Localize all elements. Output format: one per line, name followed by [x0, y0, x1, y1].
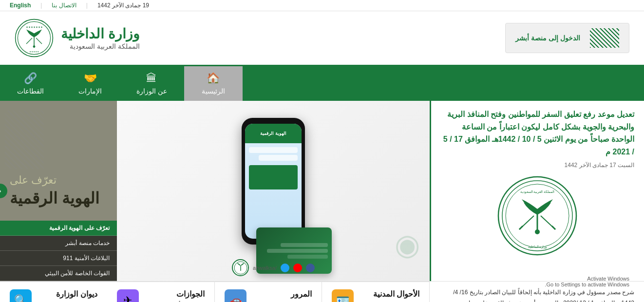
- ministry-emblem: المملكة العربية السعودية وزارة الداخلية: [441, 176, 634, 256]
- promo-bg: الهوية الرقمية: [117, 101, 430, 281]
- contact-link[interactable]: الاتصال بنا: [52, 2, 76, 9]
- banner-text: الدخول إلى منصة أبشر: [515, 34, 580, 42]
- logo-text: وزارة الداخلية المملكة العربية السعودية: [61, 26, 140, 51]
- country-name: المملكة العربية السعودية: [70, 42, 140, 50]
- service-civil-affairs: الأحوال المدنية خدمة بياناتي الإبلاغ عن …: [322, 282, 430, 302]
- digital-id-menu: تعرّف على الهوية الرقمية خدمات منصة أبشر…: [0, 221, 117, 281]
- traffic-title: المرور: [252, 289, 312, 299]
- id-card-line-3: [287, 255, 328, 259]
- digital-id-text-main: الهوية الرقمية: [10, 189, 99, 208]
- sectors-icon: 🔗: [24, 72, 37, 85]
- screen-line-2: [259, 155, 298, 161]
- dot-pattern-icon: [590, 28, 619, 48]
- fingerprint-decoration: ◉: [395, 227, 420, 262]
- service-traffic: المرور خدمة المركبات إضافة مستخدم لمركبة…: [215, 282, 322, 302]
- date-display: 19 جمادى الآخر 1442: [97, 2, 149, 9]
- civil-affairs-content: الأحوال المدنية خدمة بياناتي الإبلاغ عن …: [360, 289, 419, 302]
- services-bar: الأحوال المدنية خدمة بياناتي الإبلاغ عن …: [0, 281, 430, 302]
- header: الدخول إلى منصة أبشر وزارة الداخلية المم…: [0, 11, 644, 66]
- bottom-row: شرح مصدر مسؤول في وزارة الداخلية بأنه إل…: [0, 281, 644, 302]
- social-bar: /ahwalksa: [232, 259, 315, 276]
- ministry-office-content: ديوان الوزارة الاستعلام العام عن رصيد مد…: [38, 289, 97, 302]
- ministry-logo: ✦✦✦✦✦✦✦ ✦✦✦✦✦: [15, 19, 54, 57]
- news-date: السبت 17 جمادى الآخر 1442: [441, 162, 634, 169]
- bg-dots: [5, 111, 44, 169]
- passports-title: الجوازات: [145, 289, 205, 299]
- ministry-office-icon: 🔍: [10, 289, 32, 302]
- svg-text:المملكة العربية السعودية: المملكة العربية السعودية: [520, 190, 555, 194]
- civil-affairs-title: الأحوال المدنية: [360, 289, 419, 299]
- phone-screen: الهوية الرقمية: [245, 124, 302, 239]
- news-section: تعديل موعد رفع تعليق السفر للمواطنين وفت…: [430, 101, 644, 281]
- phone-app-title: الهوية الرقمية: [260, 131, 286, 136]
- id-card-line-1: [281, 243, 328, 247]
- news-body-text: شرح مصدر مسؤول في وزارة الداخلية بأنه إل…: [430, 281, 644, 302]
- nav-label-sectors: القطاعات: [17, 87, 44, 95]
- digital-id-text-top: تعرّف على: [10, 174, 57, 187]
- service-ministry-office: ديوان الوزارة الاستعلام العام عن رصيد مد…: [0, 282, 107, 302]
- digital-menu-item-3[interactable]: القوات الخاصة للأمن البيئي: [0, 266, 117, 281]
- nav-label-ministry: عن الوزارة: [136, 87, 167, 95]
- top-bar: 19 جمادى الآخر 1442 | الاتصال بنا | Engl…: [0, 0, 644, 11]
- id-card-line-2: [267, 249, 328, 253]
- phone-container: الهوية الرقمية: [234, 118, 312, 264]
- nav-label-home: الرئيسية: [202, 87, 225, 95]
- twitter-icon[interactable]: [281, 264, 289, 272]
- youtube-icon[interactable]: [293, 264, 302, 272]
- phone-body: الهوية الرقمية: [242, 118, 305, 245]
- phone-screen-content: [245, 143, 302, 193]
- nav-item-emirates[interactable]: 🤝 الإمارات: [61, 66, 119, 101]
- main-content: تعديل موعد رفع تعليق السفر للمواطنين وفت…: [0, 101, 644, 281]
- screen-line-1: [249, 147, 298, 153]
- phone-screen-header: الهوية الرقمية: [245, 124, 302, 143]
- separator-1: |: [86, 2, 88, 9]
- logo-area: وزارة الداخلية المملكة العربية السعودية …: [15, 19, 140, 57]
- ministry-name: وزارة الداخلية: [61, 26, 140, 42]
- svg-line-13: [552, 226, 555, 229]
- svg-text:✦✦✦✦✦: ✦✦✦✦✦: [29, 51, 39, 53]
- main-nav: 🏠 الرئيسية 🏛 عن الوزارة 🤝 الإمارات 🔗 الق…: [0, 66, 644, 101]
- bottom-news-text: شرح مصدر مسؤول في وزارة الداخلية بأنه إل…: [430, 281, 644, 302]
- svg-point-3: [33, 45, 36, 48]
- english-link[interactable]: English: [10, 2, 31, 9]
- traffic-content: المرور خدمة المركبات إضافة مستخدم لمركبة…: [252, 289, 312, 302]
- ministry-icon: 🏛: [146, 72, 157, 85]
- nav-item-ministry[interactable]: 🏛 عن الوزارة: [119, 66, 184, 101]
- news-body: شرح مصدر مسؤول في وزارة الداخلية بأنه إل…: [453, 289, 634, 302]
- svg-line-12: [519, 226, 523, 229]
- digital-menu-item-0[interactable]: تعرّف على الهوية الرقمية: [0, 221, 117, 236]
- home-icon: 🏠: [207, 72, 220, 85]
- digital-id-section: تعرّف على الهوية الرقمية تعرّف على الهوي…: [0, 101, 117, 281]
- ministry-seal-small: [232, 259, 249, 276]
- separator-2: |: [40, 2, 42, 9]
- svg-text:وزارة الداخلية: وزارة الداخلية: [528, 245, 547, 249]
- svg-text:✦✦✦✦✦✦✦: ✦✦✦✦✦✦✦: [26, 25, 43, 29]
- promo-section: الهوية الرقمية: [117, 101, 430, 281]
- svg-point-14: [535, 229, 540, 234]
- nav-item-home[interactable]: 🏠 الرئيسية: [184, 66, 243, 101]
- screen-card-preview: [249, 165, 298, 189]
- ministry-office-title: ديوان الوزارة: [38, 289, 97, 299]
- passports-icon: ✈: [117, 289, 139, 302]
- facebook-icon[interactable]: [306, 264, 315, 272]
- digital-menu-item-1[interactable]: خدمات منصة أبشر: [0, 236, 117, 251]
- emirates-icon: 🤝: [84, 72, 97, 85]
- services-list: الأحوال المدنية خدمة بياناتي الإبلاغ عن …: [0, 281, 430, 302]
- news-title: تعديل موعد رفع تعليق السفر للمواطنين وفت…: [441, 108, 634, 158]
- digital-menu-item-2[interactable]: البلاغات الأمنية 911: [0, 251, 117, 266]
- nav-label-emirates: الإمارات: [78, 87, 102, 95]
- nav-item-sectors[interactable]: 🔗 القطاعات: [0, 66, 61, 101]
- passports-content: الجوازات خدمات التأشيرات تجديد الإقامة إ…: [145, 289, 205, 302]
- absher-banner[interactable]: الدخول إلى منصة أبشر: [505, 23, 629, 53]
- service-passports: الجوازات خدمات التأشيرات تجديد الإقامة إ…: [107, 282, 215, 302]
- traffic-icon: 🚗: [225, 289, 246, 302]
- civil-affairs-icon: 🪪: [332, 289, 354, 302]
- social-handle: /ahwalksa: [253, 265, 277, 271]
